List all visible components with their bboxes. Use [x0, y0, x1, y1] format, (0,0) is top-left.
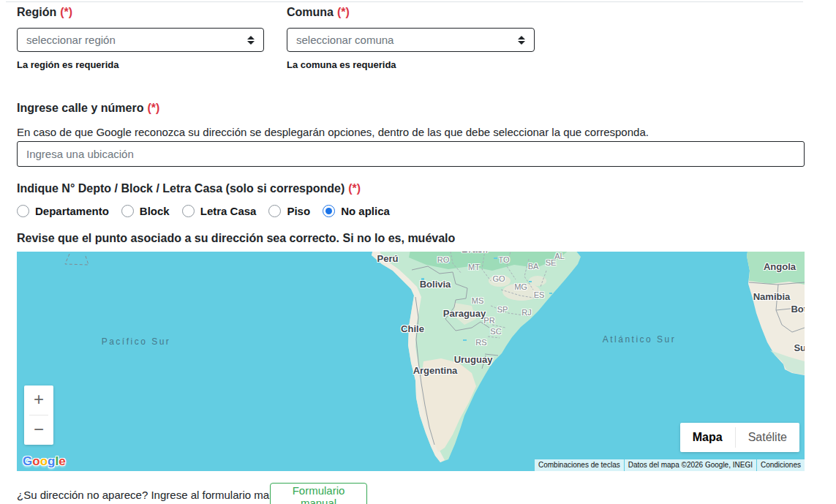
region-error: La región es requerida — [17, 59, 118, 70]
unit-required-mark: (*) — [348, 182, 361, 195]
select-updown-icon — [518, 36, 525, 45]
google-map[interactable]: Perú Bolivia Paraguay Chile Uruguay Arge… — [17, 252, 805, 471]
terms-link[interactable]: Condiciones — [757, 459, 805, 471]
radio-label: Piso — [287, 205, 310, 217]
map-type-control: Mapa Satélite — [680, 423, 799, 452]
radio-circle-icon[interactable] — [323, 205, 335, 217]
radio-label: Departamento — [35, 205, 109, 217]
region-select-value: seleccionar región — [26, 34, 247, 46]
radio-departamento[interactable]: Departamento — [17, 205, 109, 217]
comuna-label-text: Comuna — [287, 6, 334, 18]
region-required-mark: (*) — [60, 6, 72, 18]
zoom-out-button[interactable]: − — [24, 415, 53, 445]
radio-letra-casa[interactable]: Letra Casa — [182, 205, 257, 217]
comuna-select[interactable]: seleccionar comuna — [287, 28, 535, 52]
section-divider — [6, 1, 803, 2]
map-type-map-button[interactable]: Mapa — [680, 423, 735, 452]
street-help-text: En caso de que Google reconozca su direc… — [17, 126, 649, 138]
map-instruction: Revise que el punto asociado a su direcc… — [17, 232, 455, 245]
radio-circle-icon[interactable] — [182, 205, 195, 217]
manual-form-button[interactable]: Formulario manual — [270, 483, 367, 504]
region-label-text: Región — [17, 6, 56, 18]
unit-radio-group: Departamento Block Letra Casa Piso No ap… — [17, 205, 390, 217]
comuna-select-value: seleccionar comuna — [296, 34, 518, 46]
radio-block[interactable]: Block — [121, 205, 170, 217]
comuna-required-mark: (*) — [337, 6, 350, 18]
radio-circle-icon[interactable] — [121, 205, 134, 217]
radio-label: Letra Casa — [200, 205, 257, 217]
manual-form-question: ¿Su dirección no aparece? Ingrese al for… — [17, 489, 290, 501]
select-updown-icon — [247, 36, 255, 45]
radio-circle-icon[interactable] — [268, 205, 281, 217]
map-data-text: Datos del mapa ©2026 Google, INEGI — [625, 459, 756, 471]
street-label-text: Ingrese calle y número — [17, 102, 143, 114]
comuna-label: Comuna(*) — [287, 6, 350, 19]
keyboard-shortcuts-link[interactable]: Combinaciones de teclas — [535, 459, 624, 471]
radio-circle-icon[interactable] — [17, 205, 29, 217]
zoom-in-button[interactable]: + — [24, 385, 53, 415]
street-label: Ingrese calle y número(*) — [17, 102, 159, 115]
region-select[interactable]: seleccionar región — [17, 28, 264, 52]
map-type-satellite-button[interactable]: Satélite — [736, 423, 799, 452]
map-attribution: Combinaciones de teclas Datos del mapa ©… — [535, 459, 805, 471]
radio-label: Block — [140, 205, 170, 217]
unit-label: Indique N° Depto / Block / Letra Casa (s… — [17, 182, 361, 195]
radio-piso[interactable]: Piso — [268, 205, 310, 217]
street-required-mark: (*) — [147, 102, 159, 114]
unit-label-text: Indique N° Depto / Block / Letra Casa (s… — [17, 182, 344, 195]
google-logo[interactable]: Google — [23, 454, 66, 469]
radio-no-aplica[interactable]: No aplica — [323, 205, 390, 217]
radio-label: No aplica — [341, 205, 390, 217]
location-input[interactable] — [17, 141, 805, 167]
comuna-error: La comuna es requerida — [287, 59, 396, 70]
region-label: Región(*) — [17, 6, 72, 19]
map-zoom-control: + − — [24, 385, 53, 445]
